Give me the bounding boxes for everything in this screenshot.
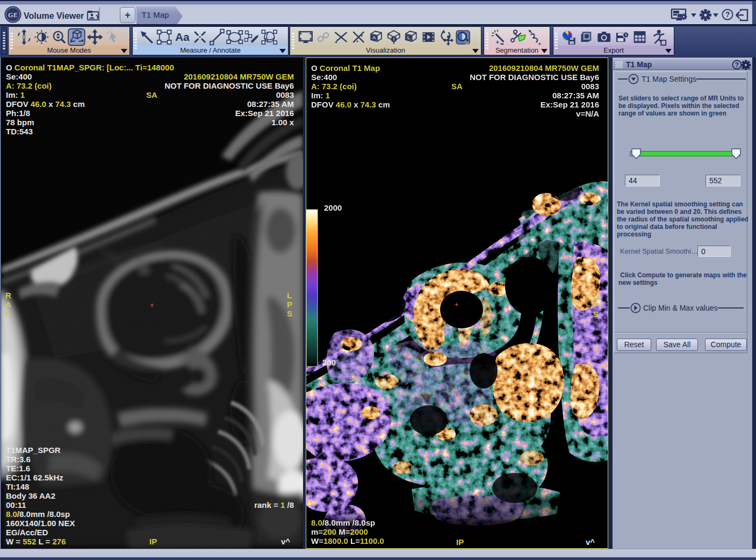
svg-text:?: ?: [725, 10, 730, 19]
svg-text:GE: GE: [8, 11, 18, 19]
svg-text:Aa: Aa: [175, 31, 190, 43]
svg-text:I: I: [393, 37, 394, 42]
svg-text:+: +: [496, 39, 499, 45]
svg-text:L: L: [407, 35, 411, 40]
svg-text:+: +: [538, 41, 541, 47]
svg-text:A: A: [372, 35, 376, 40]
svg-text:?: ?: [735, 61, 739, 69]
